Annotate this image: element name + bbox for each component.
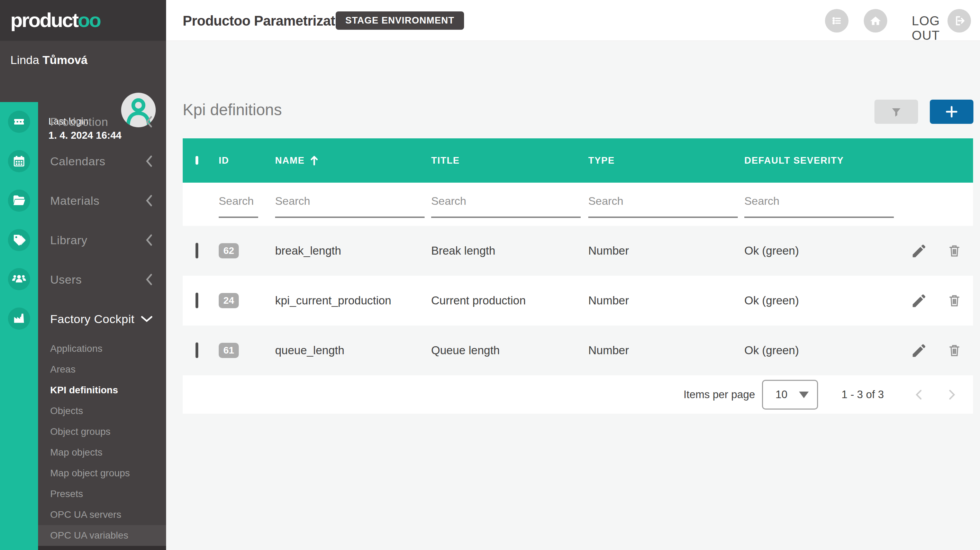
cell-title: Queue length [431,344,588,357]
id-badge: 62 [219,243,239,258]
table-row: 24 kpi_current_production Current produc… [183,276,973,326]
user-name: Linda Tůmová [10,53,88,67]
table-header-row: ID NAME TITLE TYPE DEFAULT SEVERITY [183,138,973,183]
plus-icon [944,104,959,119]
app-root: productoo Linda Tůmová Last login: 1. 4.… [0,0,980,550]
sidebar-item-library[interactable]: Library [38,220,166,260]
add-button[interactable] [930,100,974,124]
column-header-title[interactable]: TITLE [431,155,588,166]
sidebar: productoo Linda Tůmová Last login: 1. 4.… [0,0,166,550]
chevron-left-icon [145,194,153,207]
submenu-item-presets[interactable]: Presets [38,483,166,504]
chevron-left-icon [145,234,153,246]
search-input-type[interactable] [588,191,738,218]
sidebar-item-production[interactable]: Production [38,102,166,141]
column-header-type[interactable]: TYPE [588,155,745,166]
select-all-checkbox[interactable] [196,156,198,165]
cell-default-severity: Ok (green) [745,244,896,258]
column-header-id[interactable]: ID [219,155,275,166]
chevron-left-icon [145,155,153,167]
search-input-id[interactable] [219,191,258,218]
cell-name: kpi_current_production [275,294,431,307]
delete-button[interactable] [947,243,962,258]
row-checkbox[interactable] [196,292,198,308]
caret-down-icon [799,391,809,398]
trash-icon [947,343,962,358]
page-title: Kpi definitions [183,100,282,119]
table-search-row [183,183,973,226]
topbar: Productoo Parametrization STAGE ENVIRONM… [166,0,980,41]
submenu-item-objects[interactable]: Objects [38,401,166,421]
logo[interactable]: productoo [0,0,166,41]
submenu-item-opc-ua-variables[interactable]: OPC UA variables [38,525,166,546]
filter-button[interactable] [875,100,918,124]
factory-icon[interactable] [8,307,30,330]
table-row: 62 break_length Break length Number Ok (… [183,226,973,276]
sidebar-item-calendars[interactable]: Calendars [38,141,166,181]
search-input-default-severity[interactable] [745,191,894,218]
search-input-title[interactable] [431,191,581,218]
row-checkbox[interactable] [196,342,198,358]
chevron-down-icon [140,315,153,323]
conveyor-icon[interactable] [8,111,30,133]
logout-button[interactable]: LOG OUT [912,14,940,43]
pencil-icon [911,293,926,308]
items-per-page-value: 10 [775,388,787,401]
sidebar-item-users[interactable]: Users [38,260,166,299]
table-row: 61 queue_length Queue length Number Ok (… [183,326,973,375]
chevron-left-icon [145,116,153,128]
cell-title: Break length [431,244,588,258]
cell-type: Number [588,244,745,258]
sidebar-item-label: Library [50,234,87,247]
items-per-page-select[interactable]: 10 [762,380,818,410]
calendar-icon[interactable] [8,150,30,172]
delete-button[interactable] [947,343,962,358]
cell-name: break_length [275,244,431,258]
column-header-default-severity[interactable]: DEFAULT SEVERITY [745,155,896,166]
home-icon[interactable] [864,9,887,32]
pencil-icon [911,343,926,358]
delete-button[interactable] [947,293,962,308]
row-checkbox[interactable] [196,243,198,258]
sidebar-item-label: Factory Cockpit [50,312,135,326]
users-icon[interactable] [8,268,30,290]
app-title: Productoo Parametrization [183,13,355,29]
submenu-item-opc-ua-servers[interactable]: OPC UA servers [38,504,166,525]
cell-type: Number [588,344,745,357]
edit-button[interactable] [911,343,926,358]
column-header-name[interactable]: NAME [275,155,431,166]
chevron-right-icon [947,387,956,402]
logout-icon[interactable] [947,9,971,32]
submenu-item-applications[interactable]: Applications [38,338,166,359]
sidebar-item-label: Users [50,273,82,286]
sidebar-item-label: Production [50,115,108,129]
trash-icon [947,243,962,258]
submenu-item-map-objects[interactable]: Map objects [38,442,166,463]
list-icon[interactable] [825,9,848,32]
sidebar-bottom-strip [38,546,166,550]
pencil-icon [911,243,926,258]
search-input-name[interactable] [275,191,425,218]
sidebar-item-factory-cockpit[interactable]: Factory Cockpit [38,299,166,339]
cell-type: Number [588,294,745,307]
tag-icon[interactable] [8,229,30,251]
edit-button[interactable] [911,293,926,308]
submenu-item-areas[interactable]: Areas [38,359,166,380]
sort-asc-icon [310,155,319,166]
kpi-table: ID NAME TITLE TYPE DEFAULT SEVERITY [183,138,973,414]
submenu-item-kpi-definitions[interactable]: KPI definitions [38,380,166,401]
id-badge: 24 [219,293,239,308]
submenu-item-object-groups[interactable]: Object groups [38,421,166,442]
sidebar-item-materials[interactable]: Materials [38,181,166,220]
logo-text: productoo [10,8,100,32]
previous-page-button[interactable] [911,375,926,414]
environment-badge: STAGE ENVIRONMENT [336,11,464,30]
items-per-page-label: Items per page [683,375,755,414]
folder-open-icon[interactable] [8,189,30,212]
edit-button[interactable] [911,243,926,258]
submenu-item-map-object-groups[interactable]: Map object groups [38,463,166,483]
chevron-left-icon [145,273,153,286]
next-page-button[interactable] [944,375,959,414]
cell-default-severity: Ok (green) [745,344,896,357]
user-block: Linda Tůmová Last login: 1. 4. 2024 16:4… [0,41,166,102]
